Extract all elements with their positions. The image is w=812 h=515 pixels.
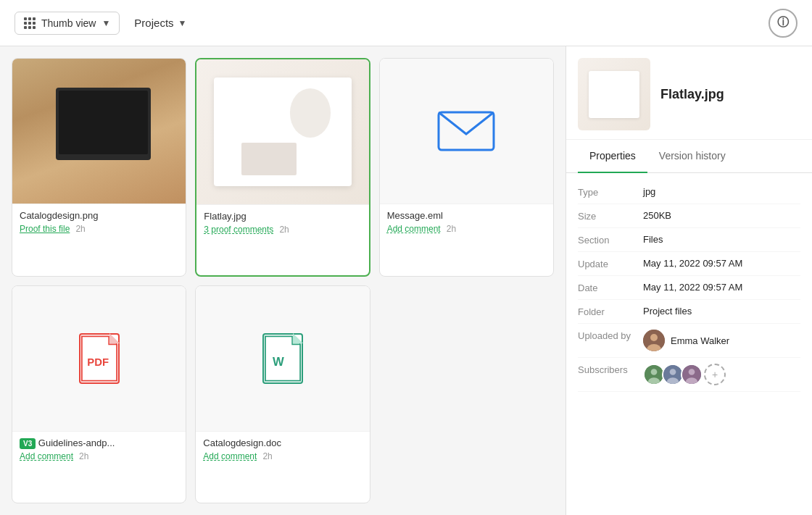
prop-section-label: Section — [578, 234, 643, 246]
file-info-guidelines: V3 Guidelines-andp... Add comment 2h — [12, 431, 186, 469]
header-left: Thumb view ▼ Projects ▼ — [14, 12, 186, 35]
file-meta-catalogpng: Proof this file 2h — [20, 224, 178, 234]
file-info-catalogdoc: Catalogdesign.doc Add comment 2h — [196, 431, 369, 469]
svg-point-13 — [689, 369, 695, 375]
thumb-view-button[interactable]: Thumb view ▼ — [14, 12, 120, 35]
info-icon: ⓘ — [777, 15, 789, 30]
file-thumbnail-message — [380, 59, 553, 204]
prop-type-value: jpg — [643, 186, 800, 197]
prop-update: Update May 11, 2022 09:57 AM — [578, 252, 800, 276]
prop-date-value: May 11, 2022 09:57 AM — [643, 282, 800, 293]
proof-link-message[interactable]: Add comment — [387, 224, 441, 234]
panel-preview: Flatlay.jpg — [566, 46, 812, 140]
prop-update-value: May 11, 2022 09:57 AM — [643, 258, 800, 269]
tab-version-history[interactable]: Version history — [647, 140, 737, 173]
projects-button[interactable]: Projects ▼ — [134, 17, 186, 29]
svg-point-10 — [670, 369, 676, 375]
file-info-catalogpng: Catalogdesign.png Proof this file 2h — [12, 204, 186, 241]
right-panel: Flatlay.jpg Properties Version history T… — [566, 46, 812, 515]
file-thumbnail-catalogpng — [12, 59, 186, 204]
projects-chevron-icon: ▼ — [178, 18, 187, 28]
prop-date-label: Date — [578, 282, 643, 293]
file-thumbnail-flatlay — [196, 59, 368, 204]
prop-uploaded-value: Emma Walker — [643, 330, 800, 351]
prop-type: Type jpg — [578, 180, 800, 204]
main-content: Catalogdesign.png Proof this file 2h Fla… — [0, 46, 812, 515]
subscribers-avatars: + — [643, 364, 800, 385]
prop-subscribers-label: Subscribers — [578, 364, 643, 375]
svg-point-7 — [651, 369, 658, 375]
file-name-message: Message.eml — [387, 210, 546, 221]
header: Thumb view ▼ Projects ▼ ⓘ — [0, 0, 812, 46]
panel-properties: Type jpg Size 250KB Section Files Update… — [566, 173, 812, 515]
grid-icon — [24, 17, 36, 29]
prop-section: Section Files — [578, 228, 800, 252]
v3-badge: V3 — [20, 438, 36, 449]
projects-label: Projects — [134, 17, 173, 29]
panel-filename: Flatlay.jpg — [660, 87, 724, 102]
prop-folder-label: Folder — [578, 306, 643, 317]
proof-link-catalogpng[interactable]: Proof this file — [20, 224, 70, 234]
prop-size-value: 250KB — [643, 210, 800, 221]
file-meta-guidelines: Add comment 2h — [20, 451, 178, 461]
prop-uploaded-label: Uploaded by — [578, 330, 643, 341]
file-card-flatlay[interactable]: Flatlay.jpg 3 proof comments 2h — [195, 58, 370, 277]
prop-update-label: Update — [578, 258, 643, 269]
prop-size-label: Size — [578, 210, 643, 222]
prop-subscribers: Subscribers — [578, 358, 800, 392]
file-thumbnail-guidelines: PDF — [12, 286, 186, 431]
file-card-message[interactable]: Message.eml Add comment 2h — [379, 58, 554, 277]
time-message: 2h — [447, 224, 456, 234]
prop-section-value: Files — [643, 234, 800, 245]
prop-folder: Folder Project files — [578, 300, 800, 324]
pdf-file-icon: PDF — [74, 330, 125, 388]
chevron-down-icon: ▼ — [102, 18, 110, 28]
svg-text:W: W — [273, 355, 284, 369]
thumb-view-label: Thumb view — [41, 17, 96, 29]
file-card-catalogpng[interactable]: Catalogdesign.png Proof this file 2h — [12, 58, 186, 277]
proof-link-catalogdoc[interactable]: Add comment — [203, 451, 257, 461]
file-thumbnail-catalogdoc: W — [196, 286, 369, 431]
prop-uploaded: Uploaded by Emma Walker — [578, 324, 800, 358]
time-catalogpng: 2h — [75, 224, 85, 234]
uploader-name: Emma Walker — [671, 335, 729, 346]
proof-link-guidelines[interactable]: Add comment — [20, 451, 73, 461]
prop-size: Size 250KB — [578, 204, 800, 228]
file-name-catalogpng: Catalogdesign.png — [20, 210, 178, 221]
panel-tabs: Properties Version history — [566, 140, 812, 173]
panel-thumbnail — [578, 58, 650, 130]
file-card-guidelines[interactable]: PDF V3 Guidelines-andp... Add comment 2h — [12, 285, 186, 504]
time-guidelines: 2h — [79, 451, 88, 461]
file-meta-flatlay: 3 proof comments 2h — [204, 225, 361, 235]
time-catalogdoc: 2h — [262, 451, 272, 461]
word-file-icon: W — [257, 330, 308, 388]
file-meta-catalogdoc: Add comment 2h — [203, 451, 362, 461]
svg-text:PDF: PDF — [87, 356, 109, 368]
uploader: Emma Walker — [643, 330, 800, 351]
tab-properties[interactable]: Properties — [578, 140, 647, 173]
file-meta-message: Add comment 2h — [387, 224, 546, 234]
file-card-catalogdoc[interactable]: W Catalogdesign.doc Add comment 2h — [195, 285, 370, 504]
prop-folder-value: Project files — [643, 306, 800, 317]
prop-date: Date May 11, 2022 09:57 AM — [578, 276, 800, 300]
add-subscriber-button[interactable]: + — [704, 364, 726, 385]
prop-type-label: Type — [578, 186, 643, 198]
file-name-flatlay: Flatlay.jpg — [204, 211, 361, 222]
email-icon — [437, 111, 495, 151]
subscriber-avatar-3 — [681, 364, 703, 385]
proof-link-flatlay[interactable]: 3 proof comments — [204, 225, 273, 235]
time-flatlay: 2h — [279, 225, 289, 235]
file-info-message: Message.eml Add comment 2h — [380, 204, 553, 241]
file-grid: Catalogdesign.png Proof this file 2h Fla… — [0, 46, 566, 515]
svg-point-4 — [650, 334, 658, 341]
uploader-avatar — [643, 330, 665, 351]
file-name-guidelines: V3 Guidelines-andp... — [20, 437, 178, 448]
info-button[interactable]: ⓘ — [768, 9, 798, 38]
file-info-flatlay: Flatlay.jpg 3 proof comments 2h — [196, 204, 368, 242]
file-name-catalogdoc: Catalogdesign.doc — [203, 437, 362, 448]
prop-subscribers-value: + — [643, 364, 800, 385]
